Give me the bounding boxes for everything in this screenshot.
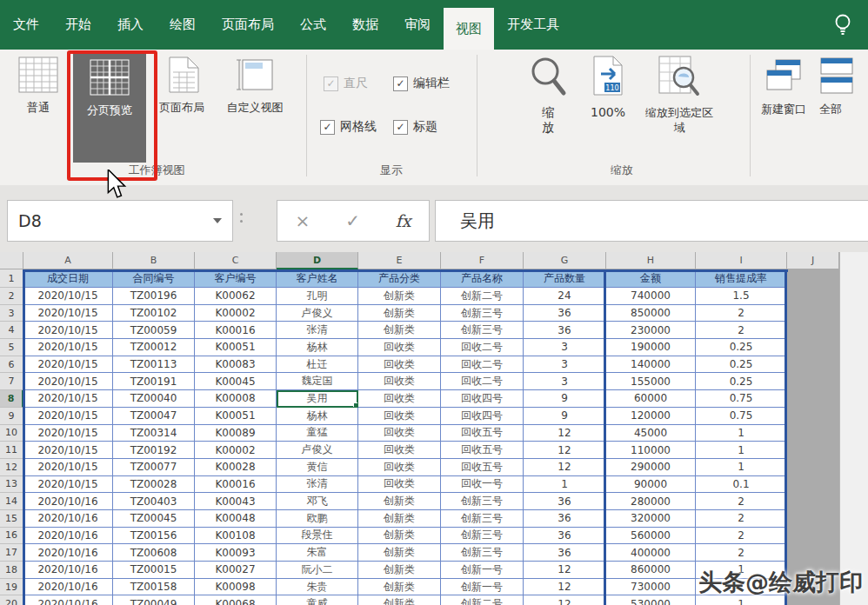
cell-G19[interactable]: 12 [524, 579, 606, 596]
cell-H18[interactable]: 860000 [606, 562, 696, 579]
cell-F13[interactable]: 回收一号 [441, 476, 524, 494]
cell-B3[interactable]: TZ00102 [113, 305, 195, 322]
cell-B11[interactable]: TZ00192 [113, 442, 195, 459]
cell-E19[interactable]: 创新类 [358, 579, 441, 596]
cell-D16[interactable]: 段景住 [277, 528, 358, 545]
row-header-15[interactable]: 15 [0, 510, 23, 528]
cell-G12[interactable]: 12 [524, 459, 606, 476]
cell-A15[interactable]: 2020/10/16 [23, 510, 113, 528]
cell-A3[interactable]: 2020/10/15 [23, 305, 113, 322]
cell-A1[interactable]: 成交日期 [23, 269, 113, 288]
cell-G20[interactable]: 12 [524, 595, 606, 605]
cell-F5[interactable]: 回收二号 [441, 339, 524, 356]
cell-H9[interactable]: 120000 [606, 408, 696, 425]
cell-C5[interactable]: K00051 [195, 339, 277, 356]
cell-H20[interactable]: 530000 [606, 595, 696, 605]
select-all-corner[interactable] [0, 252, 23, 269]
cell-C2[interactable]: K00062 [195, 288, 277, 305]
cell-E10[interactable]: 回收类 [358, 425, 441, 442]
cell-G2[interactable]: 24 [524, 288, 606, 305]
cell-B14[interactable]: TZ00403 [113, 493, 195, 510]
cell-I14[interactable]: 2 [696, 493, 787, 510]
cell-I10[interactable]: 1 [696, 425, 787, 442]
column-header-H[interactable]: H [606, 252, 696, 269]
ruler-checkbox[interactable]: ✓ 直尺 [324, 76, 368, 91]
column-header-G[interactable]: G [524, 252, 606, 269]
row-header-16[interactable]: 16 [0, 528, 23, 545]
cell-E5[interactable]: 回收类 [358, 339, 441, 356]
cell-D1[interactable]: 客户姓名 [277, 269, 358, 288]
cell-D6[interactable]: 杜迁 [277, 356, 358, 374]
cell-C20[interactable]: K00068 [195, 595, 277, 605]
cell-F4[interactable]: 创新三号 [441, 322, 524, 339]
row-header-5[interactable]: 5 [0, 339, 23, 356]
cell-I6[interactable]: 0.25 [696, 356, 787, 374]
cell-A11[interactable]: 2020/10/15 [23, 442, 113, 459]
cell-E2[interactable]: 创新类 [358, 288, 441, 305]
cell-G3[interactable]: 36 [524, 305, 606, 322]
cell-E15[interactable]: 创新类 [358, 510, 441, 528]
cell-F20[interactable]: 创新二号 [441, 595, 524, 605]
cell-B5[interactable]: TZ00012 [113, 339, 195, 356]
row-header-14[interactable]: 14 [0, 493, 23, 510]
tab-developer[interactable]: 开发工具 [494, 0, 572, 50]
name-box-dropdown-icon[interactable] [213, 218, 222, 223]
cell-B9[interactable]: TZ00047 [113, 408, 195, 425]
cell-B6[interactable]: TZ00113 [113, 356, 195, 374]
cell-D14[interactable]: 邓飞 [277, 493, 358, 510]
cell-D18[interactable]: 阮小二 [277, 562, 358, 579]
cell-C15[interactable]: K00048 [195, 510, 277, 528]
cell-H17[interactable]: 400000 [606, 544, 696, 562]
cell-F10[interactable]: 回收五号 [441, 425, 524, 442]
cell-I11[interactable]: 1 [696, 442, 787, 459]
cell-F7[interactable]: 回收二号 [441, 373, 524, 390]
cell-F19[interactable]: 创新一号 [441, 579, 524, 596]
cell-D15[interactable]: 欧鹏 [277, 510, 358, 528]
cell-I17[interactable]: 2 [696, 544, 787, 562]
cell-F8[interactable]: 回收四号 [441, 390, 524, 408]
cell-G5[interactable]: 3 [524, 339, 606, 356]
cell-G11[interactable]: 12 [524, 442, 606, 459]
cell-F1[interactable]: 产品名称 [441, 269, 524, 288]
row-header-18[interactable]: 18 [0, 562, 23, 579]
headings-checkbox[interactable]: ✓ 标题 [393, 119, 437, 135]
cell-H10[interactable]: 45000 [606, 425, 696, 442]
row-header-17[interactable]: 17 [0, 544, 23, 562]
cell-G8[interactable]: 9 [524, 390, 606, 408]
cancel-icon[interactable]: × [295, 210, 310, 231]
formula-bar-checkbox[interactable]: ✓ 编辑栏 [393, 76, 450, 91]
formula-input[interactable]: 吴用 [435, 200, 868, 242]
formula-bar-splitter[interactable] [240, 213, 243, 223]
row-header-11[interactable]: 11 [0, 442, 23, 459]
cell-G1[interactable]: 产品数量 [524, 269, 606, 288]
cell-F16[interactable]: 创新三号 [441, 528, 524, 545]
row-header-20[interactable]: 20 [0, 595, 23, 605]
cell-D12[interactable]: 黄信 [277, 459, 358, 476]
cell-E17[interactable]: 创新类 [358, 544, 441, 562]
tell-me-lightbulb-icon[interactable] [833, 0, 868, 50]
cell-D20[interactable]: 童威 [277, 595, 358, 605]
cell-A18[interactable]: 2020/10/16 [23, 562, 113, 579]
cell-A4[interactable]: 2020/10/15 [23, 322, 113, 339]
cell-B15[interactable]: TZ00045 [113, 510, 195, 528]
arrange-all-button[interactable]: 全部 [819, 57, 868, 116]
cell-C17[interactable]: K00093 [195, 544, 277, 562]
cell-C1[interactable]: 客户编号 [195, 269, 277, 288]
cell-C12[interactable]: K00028 [195, 459, 277, 476]
cell-E3[interactable]: 创新类 [358, 305, 441, 322]
enter-icon[interactable]: ✓ [345, 210, 360, 231]
cell-H8[interactable]: 60000 [606, 390, 696, 408]
cell-G14[interactable]: 36 [524, 493, 606, 510]
cell-B10[interactable]: TZ00314 [113, 425, 195, 442]
tab-formulas[interactable]: 公式 [287, 0, 339, 50]
cell-E11[interactable]: 回收类 [358, 442, 441, 459]
cell-F11[interactable]: 回收五号 [441, 442, 524, 459]
cell-F9[interactable]: 回收四号 [441, 408, 524, 425]
cell-H6[interactable]: 140000 [606, 356, 696, 374]
tab-home[interactable]: 开始 [52, 0, 104, 50]
row-header-1[interactable]: 1 [0, 269, 23, 288]
cell-A12[interactable]: 2020/10/15 [23, 459, 113, 476]
cell-E4[interactable]: 创新类 [358, 322, 441, 339]
cell-B18[interactable]: TZ00015 [113, 562, 195, 579]
cell-C3[interactable]: K00002 [195, 305, 277, 322]
